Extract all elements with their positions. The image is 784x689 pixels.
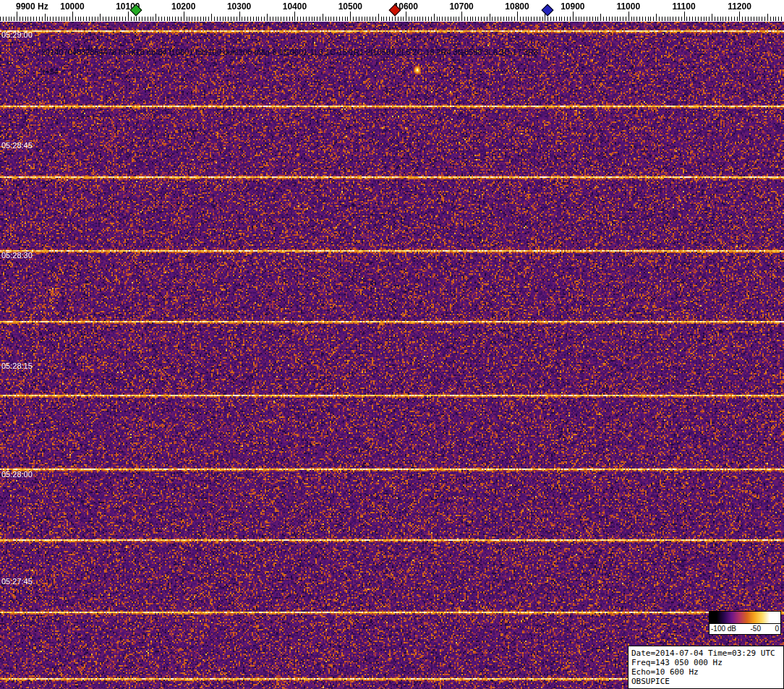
colorbar-labels: -100 dB -50 0	[710, 624, 780, 634]
freq-tick-label: 10000	[60, 1, 84, 12]
freq-tick-label: 9900 Hz	[16, 1, 48, 12]
freq-tick-label: 10300	[227, 1, 251, 12]
info-echo-frequency: Echo=10 600 Hz	[631, 667, 780, 677]
freq-tick-label: 11200	[728, 1, 751, 12]
colorbar-max-label: 0	[775, 625, 779, 633]
spectrogram-canvas	[0, 22, 784, 689]
colorbar-mid-label: -50	[751, 625, 761, 633]
freq-tick-label: 11100	[673, 1, 696, 12]
info-frequency: Freq=143 050 000 Hz	[631, 658, 780, 667]
colorbar-min-label: -100 dB	[711, 625, 736, 633]
frequency-scale: 9900 Hz100001010010200103001040010500106…	[0, 0, 784, 22]
detection-annotation: 20140704032854476 hCnt18 nb-84 f10601 hi…	[41, 48, 538, 56]
freq-tick-label: 10200	[171, 1, 195, 12]
time-mark-annotation: ^t+54	[39, 67, 59, 76]
observation-info-box: Date=2014-07-04 Time=03:29 UTC Freq=143 …	[628, 646, 784, 689]
freq-tick-label: 10500	[338, 1, 362, 12]
info-station-name: OBSUPICE	[631, 677, 780, 686]
info-date-time: Date=2014-07-04 Time=03:29 UTC	[631, 649, 780, 658]
freq-tick-label: 11000	[616, 1, 640, 12]
freq-tick-label: 10900	[561, 1, 584, 12]
freq-tick-label: 10800	[505, 1, 529, 12]
intensity-colorbar: -100 dB -50 0	[709, 611, 781, 635]
freq-tick-label: 10400	[283, 1, 307, 12]
waterfall-display: 9900 Hz100001010010200103001040010500106…	[0, 0, 784, 689]
colorbar-gradient	[710, 612, 780, 624]
freq-tick-label: 10700	[449, 1, 473, 12]
